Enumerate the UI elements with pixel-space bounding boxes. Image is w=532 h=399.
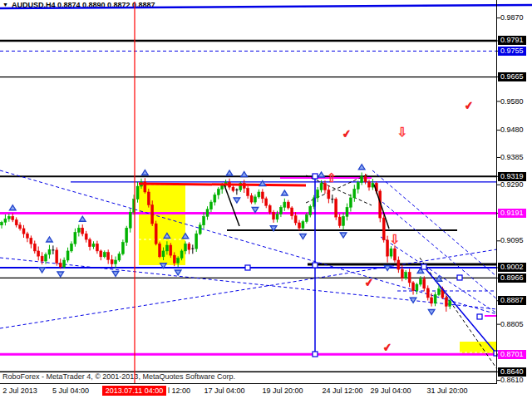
candle-body — [15, 220, 17, 225]
candle-body — [4, 219, 7, 222]
candle-body — [185, 244, 187, 251]
candle-body — [328, 190, 330, 199]
object-handle — [313, 352, 318, 357]
candle-body — [437, 289, 440, 295]
candle-body — [89, 239, 91, 247]
candle-body — [353, 190, 356, 198]
candle-body — [74, 232, 76, 244]
candle-body — [276, 214, 278, 219]
candle-body — [357, 183, 359, 190]
candle-body — [59, 263, 62, 266]
hollow-down-arrow-icon: ⇩ — [397, 126, 408, 138]
candle-body — [294, 216, 297, 223]
candle-body — [115, 260, 117, 264]
candle-body — [33, 244, 36, 251]
fall-channel-mid — [382, 202, 497, 299]
candle-body — [426, 288, 429, 298]
candle-body — [170, 245, 172, 255]
candle-body — [302, 222, 304, 229]
mt4-chart-window: ▼AUDUSD,H4 0.8874 0.8890 0.8872 0.8887 R… — [0, 0, 532, 399]
candle-body — [85, 234, 87, 239]
candle-body — [254, 197, 256, 202]
object-handle — [313, 263, 318, 268]
candle-body — [159, 244, 161, 257]
candle-body — [273, 212, 275, 219]
price-label-0.8966: 0.8966 — [498, 273, 526, 283]
candle-body — [173, 255, 175, 263]
check-mark-icon: ✔ — [464, 100, 475, 111]
price-label-0.9791: 0.9791 — [498, 36, 526, 45]
candle-body — [298, 223, 301, 228]
candle-body — [63, 260, 66, 267]
candle-body — [335, 200, 337, 217]
price-label-0.8887: 0.8887 — [498, 296, 526, 305]
candle-body — [305, 215, 308, 222]
candle-body — [349, 198, 352, 207]
candle-body — [258, 192, 260, 197]
candle-body — [48, 249, 51, 254]
candle-body — [309, 206, 312, 214]
check-mark-icon: ✔ — [364, 277, 375, 288]
candle-body — [291, 208, 293, 216]
object-handle — [313, 174, 318, 179]
hollow-down-arrow-icon: ⇩ — [390, 233, 401, 245]
object-handle — [245, 265, 250, 270]
candle-body — [188, 244, 190, 249]
candle-body — [70, 244, 72, 251]
candle-body — [279, 207, 282, 214]
candle-body — [323, 184, 326, 190]
candle-body — [401, 269, 403, 278]
candle-body — [203, 216, 205, 224]
candle-body — [261, 192, 264, 199]
candle-body — [165, 245, 168, 251]
candle-body — [320, 184, 323, 190]
candle-body — [434, 295, 436, 303]
candle-body — [19, 225, 22, 229]
candle-body — [206, 209, 209, 217]
object-handle — [457, 275, 462, 280]
candle-body — [177, 259, 180, 264]
candle-body — [419, 279, 421, 284]
candle-body — [250, 195, 253, 202]
hollow-up-arrow-icon: ⇧ — [327, 171, 337, 184]
candle-body — [147, 192, 150, 205]
candle-body — [382, 218, 385, 240]
price-label-0.9319: 0.9319 — [498, 172, 526, 181]
candle-body — [364, 177, 367, 182]
check-mark-icon: ✔ — [382, 342, 393, 353]
candle-body — [26, 234, 28, 238]
candle-body — [387, 240, 389, 256]
candle-body — [155, 224, 157, 244]
price-label-0.9002: 0.9002 — [498, 263, 526, 272]
price-label-0.8640: 0.8640 — [498, 367, 526, 377]
candle-body — [111, 259, 113, 264]
candle-body — [265, 199, 268, 205]
candle-body — [30, 238, 32, 244]
candle-body — [151, 205, 154, 224]
candle-body — [92, 244, 95, 246]
channel-ascending — [0, 249, 497, 328]
candle-body — [121, 243, 124, 254]
fall-channel-lower — [381, 237, 497, 313]
candle-body — [199, 225, 201, 234]
candle-body — [412, 283, 415, 291]
candle-body — [217, 190, 219, 195]
candle-body — [431, 298, 433, 303]
candle-body — [342, 216, 345, 225]
candle-body — [416, 284, 418, 291]
candle-body — [283, 202, 286, 207]
chart-canvas[interactable] — [0, 0, 532, 399]
candle-body — [103, 253, 106, 257]
candle-body — [41, 256, 43, 261]
trendline-top-blue — [0, 5, 532, 8]
candle-body — [393, 249, 396, 260]
candle-body — [338, 217, 341, 225]
candle-body — [390, 249, 392, 256]
price-label-0.9191: 0.9191 — [498, 209, 526, 218]
candle-body — [129, 212, 131, 228]
candle-body — [317, 190, 319, 198]
candle-body — [346, 207, 348, 216]
candle-body — [1, 222, 3, 224]
candle-body — [100, 251, 102, 257]
object-handle — [421, 264, 426, 269]
